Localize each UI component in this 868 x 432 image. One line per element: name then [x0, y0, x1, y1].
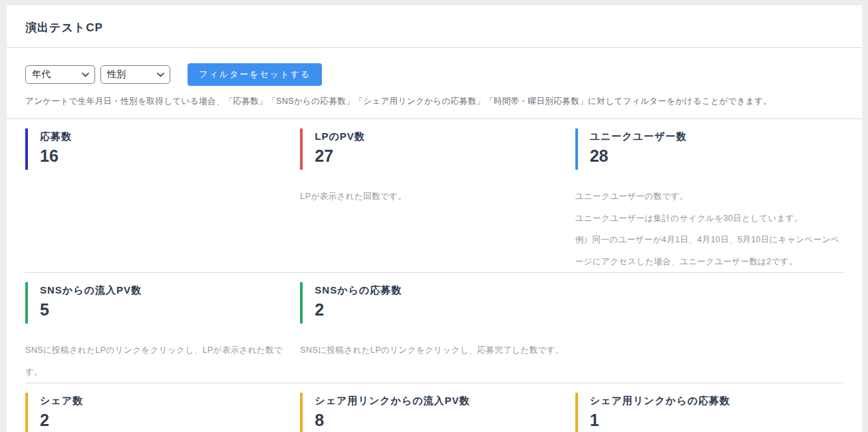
metric-description: ユニークユーザーの数です。 ユニークユーザーは集計のサイクルを30日としています… [575, 186, 843, 272]
metric-head: SNSからの流入PV数 5 [25, 282, 293, 324]
filter-row: 年代 性別 フィルターをセットする [25, 63, 843, 86]
metrics-row-2: SNSからの流入PV数 5 SNSに投稿されたLPのリンクをクリックし、LPが表… [7, 273, 862, 383]
metric-head: シェア用リンクからの応募数 1 [575, 393, 843, 432]
metric-head: シェア数 2 [25, 393, 293, 432]
metric-head: LPのPV数 27 [300, 128, 568, 170]
page-title: 演出テストCP [25, 20, 843, 35]
metric-value: 2 [315, 300, 568, 320]
campaign-dashboard-panel: 演出テストCP 年代 性別 フィルターをセットする アンケートで生年月日・性別を… [7, 5, 862, 432]
metrics-row-1: 応募数 16 LPのPV数 27 LPが表示された回数です。 ユニークユーザー数… [7, 119, 862, 272]
gender-select[interactable]: 性別 [100, 65, 170, 84]
metric-value: 2 [40, 411, 293, 430]
age-select-value: 年代 [32, 69, 51, 81]
metric-card-empty [575, 282, 843, 383]
filter-section: 年代 性別 フィルターをセットする アンケートで生年月日・性別を取得している場合… [7, 48, 862, 119]
metric-label: LPのPV数 [315, 130, 568, 143]
chevron-down-icon [82, 73, 89, 77]
metric-head: 応募数 16 [25, 128, 293, 170]
metric-card-applications: 応募数 16 [25, 128, 293, 272]
metric-card-share-link-applications: シェア用リンクからの応募数 1 シェア用リンクからLPにアクセスし、応募完了した… [575, 393, 843, 432]
filter-note: アンケートで生年月日・性別を取得している場合、「応募数」「SNSからの応募数」「… [25, 96, 843, 107]
chevron-down-icon [157, 73, 164, 77]
metric-card-sns-pv: SNSからの流入PV数 5 SNSに投稿されたLPのリンクをクリックし、LPが表… [25, 282, 293, 383]
metric-value: 1 [590, 411, 843, 430]
metric-head: ユニークユーザー数 28 [575, 128, 843, 170]
metric-card-shares: シェア数 2 各シェアボタンがクリックされた数の合計です。 [25, 393, 293, 432]
metric-label: 応募数 [40, 130, 293, 143]
metric-value: 8 [315, 411, 568, 430]
metric-label: シェア用リンクからの応募数 [590, 395, 843, 407]
metric-description: LPが表示された回数です。 [300, 186, 568, 208]
age-select[interactable]: 年代 [25, 65, 95, 84]
metric-label: SNSからの流入PV数 [40, 284, 293, 297]
page-header: 演出テストCP [7, 5, 862, 48]
metric-value: 28 [590, 146, 843, 166]
metric-label: シェア用リンクからの流入PV数 [315, 395, 568, 407]
metric-label: SNSからの応募数 [315, 284, 568, 297]
metric-description: SNSに投稿されたLPのリンクをクリックし、LPが表示された数です。 [25, 339, 293, 383]
metric-value: 27 [315, 146, 568, 166]
metric-label: シェア数 [40, 395, 293, 407]
metric-card-share-link-pv: シェア用リンクからの流入PV数 8 シェア用リンクからLPにアクセスした数です。 [300, 393, 568, 432]
metric-card-sns-applications: SNSからの応募数 2 SNSに投稿されたLPのリンクをクリックし、応募完了した… [300, 282, 568, 383]
metric-value: 16 [40, 146, 293, 166]
gender-select-value: 性別 [107, 69, 126, 81]
metric-label: ユニークユーザー数 [590, 130, 843, 143]
metric-card-lp-pv: LPのPV数 27 LPが表示された回数です。 [300, 128, 568, 272]
metric-head: シェア用リンクからの流入PV数 8 [300, 393, 568, 432]
metric-description: SNSに投稿されたLPのリンクをクリックし、応募完了した数です。 [300, 339, 568, 361]
metric-value: 5 [40, 300, 293, 320]
metric-card-unique-users: ユニークユーザー数 28 ユニークユーザーの数です。 ユニークユーザーは集計のサ… [575, 128, 843, 272]
metrics-row-3: シェア数 2 各シェアボタンがクリックされた数の合計です。 シェア用リンクからの… [7, 383, 862, 432]
set-filter-button[interactable]: フィルターをセットする [188, 63, 322, 86]
metric-head: SNSからの応募数 2 [300, 282, 568, 324]
